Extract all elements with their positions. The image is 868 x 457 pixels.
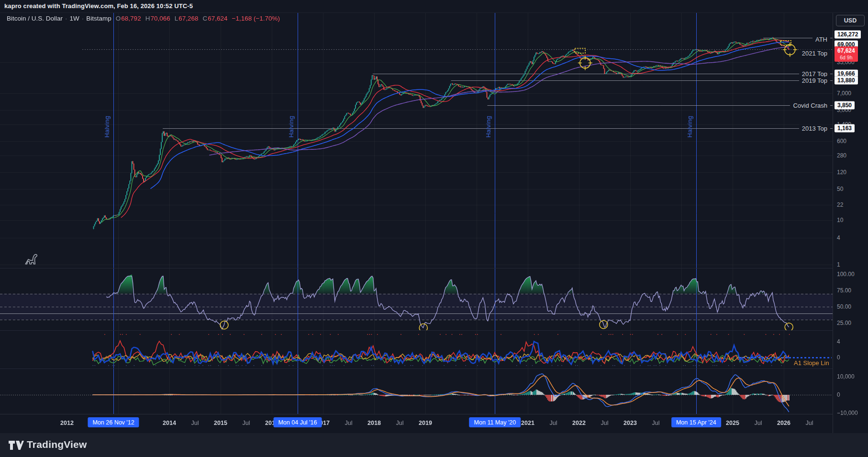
ohlc-value: 67,624 <box>208 15 227 22</box>
halving-event-label: Halving <box>686 116 693 137</box>
symbol-title: Bitcoin / U.S. Dollar <box>7 15 63 22</box>
level-label-ath: ATH <box>812 35 830 43</box>
time-axis-year-label: 2014 <box>163 420 176 426</box>
symbol-legend[interactable]: Bitcoin / U.S. Dollar·1W·BitstampO68,792… <box>7 15 280 22</box>
time-axis-month-label: Jul <box>550 420 557 426</box>
time-axis-month-label: Jul <box>601 420 609 426</box>
halving-date-badge: Mon 11 May '20 <box>469 417 521 427</box>
rsi-axis-tick: 25.00 <box>837 320 851 326</box>
time-axis-month-label: Jul <box>755 420 762 426</box>
time-axis-month-label: Jul <box>191 420 199 426</box>
main-chart-canvas[interactable] <box>0 0 833 433</box>
current-price-badge: 67,6246d 9h <box>835 46 858 62</box>
watermark-text: kapro created with TradingView.com, Feb … <box>4 2 193 10</box>
ohlc-letter: C <box>203 15 208 22</box>
flow-axis-tick: −10,000 <box>837 410 858 416</box>
halving-date-badge: Mon 04 Jul '16 <box>273 417 322 427</box>
price-tick-label: 600 <box>837 138 846 145</box>
slope-axis-tick: 4 <box>837 338 840 345</box>
rsi-axis-tick: 100.00 <box>837 271 855 278</box>
price-level-badge: 3,850 <box>835 101 855 109</box>
time-axis-month-label: Jul <box>396 420 404 426</box>
tradingview-logo-icon[interactable] <box>8 439 24 452</box>
halving-event-label: Halving <box>103 116 111 137</box>
tradingview-chart-app: { "header": {"watermark": "kapro created… <box>0 0 868 457</box>
time-axis-year-label: 2012 <box>60 420 74 426</box>
ohlc-letter: H <box>145 15 150 22</box>
price-axis[interactable]: USD 35,0007,0003,0001,400600280120502210… <box>833 12 868 433</box>
time-axis[interactable]: 2012201320142015201620172018201920202021… <box>0 416 833 433</box>
halving-date-badge: Mon 15 Apr '24 <box>671 417 721 427</box>
interval-label: 1W <box>70 15 79 22</box>
level-label-covid-crash: Covid Crash <box>790 101 830 109</box>
price-tick-label: 4 <box>837 234 840 241</box>
footer-bar: TradingView <box>0 433 868 457</box>
ohlc-letter: O <box>116 15 121 22</box>
price-level-badge: 1,163 <box>835 124 855 132</box>
price-tick-label: 22 <box>837 201 843 208</box>
ohlc-value: 68,792 <box>121 15 141 22</box>
countdown-timer: 6d 9h <box>837 54 855 61</box>
time-axis-month-label: Jul <box>652 420 660 426</box>
ohlc-values: O68,792H70,066L67,268C67,624 <box>111 15 228 22</box>
price-tick-label: 7,000 <box>837 90 851 97</box>
level-label-2017-top: 2017 Top <box>799 70 830 77</box>
ohlc-letter: L <box>175 15 178 22</box>
price-tick-label: 1 <box>837 261 840 268</box>
exchange-label: Bitstamp <box>86 15 111 22</box>
price-tick-label: 280 <box>837 152 846 159</box>
level-label-2013-top: 2013 Top <box>799 124 830 132</box>
price-tick-label: 120 <box>837 169 846 176</box>
price-level-badge: 13,880 <box>835 76 858 84</box>
time-axis-year-label: 2026 <box>777 420 790 426</box>
time-axis-year-label: 2022 <box>572 420 586 426</box>
ohlc-value: 70,066 <box>150 15 170 22</box>
time-axis-year-label: 2018 <box>367 420 381 426</box>
time-axis-year-label: 2015 <box>214 420 227 426</box>
price-tick-label: 50 <box>837 186 843 192</box>
change-value: −1,168 (−1.70%) <box>232 15 280 22</box>
ohlc-value: 67,268 <box>178 15 198 22</box>
time-axis-year-label: 2021 <box>521 420 534 426</box>
rsi-axis-tick: 75.00 <box>837 287 851 294</box>
price-level-badge: 126,272 <box>835 30 861 38</box>
time-axis-month-label: Jul <box>806 420 813 426</box>
rsi-axis-tick: 50.00 <box>837 303 851 310</box>
halving-event-label: Halving <box>485 116 492 137</box>
price-tick-label: 10 <box>837 217 843 223</box>
halving-date-badge: Mon 26 Nov '12 <box>88 417 139 427</box>
top-watermark-bar: kapro created with TradingView.com, Feb … <box>0 0 868 13</box>
time-axis-month-label: Jul <box>243 420 250 426</box>
flow-axis-tick: 0 <box>837 391 840 398</box>
level-label-2019-top: 2019 Top <box>799 77 830 84</box>
halving-event-label: Halving <box>288 116 295 137</box>
dino-watermark-icon <box>24 251 40 266</box>
currency-toggle-button[interactable]: USD <box>836 15 865 26</box>
time-axis-year-label: 2023 <box>623 420 637 426</box>
time-axis-year-label: 2025 <box>726 420 739 426</box>
level-label-2021-top: 2021 Top <box>799 49 830 56</box>
slope-indicator-label: A1 Slope Lin <box>794 359 829 367</box>
slope-axis-tick: 0 <box>837 354 840 361</box>
tradingview-brand-text[interactable]: TradingView <box>27 439 87 450</box>
time-axis-month-label: Jul <box>345 420 353 426</box>
flow-axis-tick: 10,000 <box>837 373 855 380</box>
time-axis-year-label: 2019 <box>419 420 432 426</box>
